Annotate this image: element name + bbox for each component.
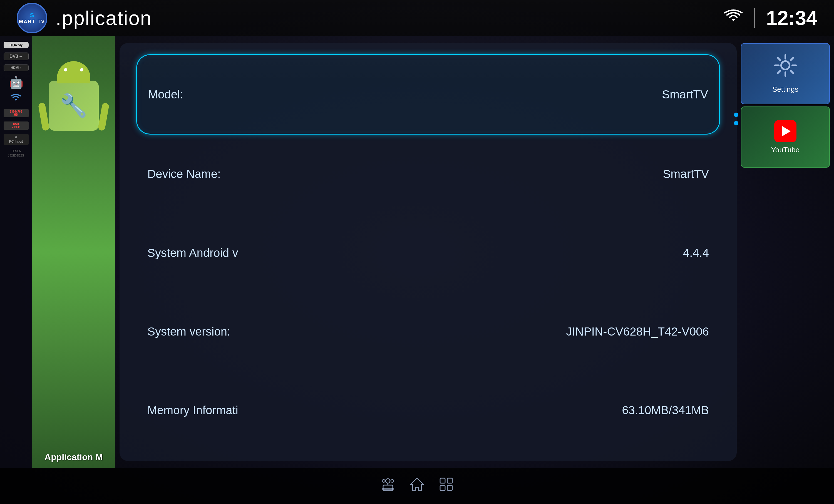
svg-rect-20 (447, 478, 452, 483)
info-row-system-version[interactable]: System version: JINPIN-CV628H_T42-V006 (136, 292, 720, 371)
sidebar-dv3-badge: DV3 ▪▪ (4, 52, 29, 60)
dot-indicator-1 (734, 113, 738, 117)
sidebar-pc-badge: 🖥PC Input (4, 134, 29, 145)
svg-marker-18 (411, 478, 423, 491)
main-info-panel: Model: SmartTV Device Name: SmartTV Syst… (119, 43, 737, 461)
svg-point-14 (382, 480, 385, 482)
dot-indicators (734, 113, 738, 125)
settings-tile[interactable]: Settings (741, 43, 830, 104)
logo-tv-text: MART TV (19, 19, 45, 25)
android-version-label: System Android v (147, 246, 238, 260)
app-panel: 🔧 Application M (32, 36, 115, 468)
sidebar-tesla-label: TESLAJ32E01B2S (8, 149, 24, 158)
sidebar-resolution-badge: 1366x768HD (4, 109, 29, 117)
svg-rect-9 (383, 485, 393, 491)
tv-screen: S MART TV .pplication 12:34 HDready DV3 … (0, 0, 834, 504)
nav-network-icon[interactable] (380, 477, 396, 496)
sidebar-usb-badge: USBVIDEO (4, 122, 29, 130)
memory-label: Memory Informati (147, 404, 238, 417)
android-version-value: 4.4.4 (683, 246, 709, 260)
svg-line-7 (791, 58, 793, 60)
model-label: Model: (148, 88, 183, 101)
time-display: 12:34 (766, 7, 817, 29)
app-panel-label: Application M (44, 452, 103, 462)
bottom-nav (0, 468, 834, 504)
system-version-value: JINPIN-CV628H_T42-V006 (566, 325, 709, 338)
status-right: 12:34 (724, 7, 817, 29)
logo-s: S (30, 12, 34, 19)
settings-gear-icon (774, 54, 797, 82)
memory-value: 63.10MB/341MB (622, 404, 709, 417)
sidebar-android-icon: 🤖 (9, 75, 23, 89)
logo-area: S MART TV .pplication (17, 3, 152, 34)
svg-line-6 (791, 71, 793, 73)
model-value: SmartTV (662, 88, 708, 101)
svg-line-5 (778, 58, 780, 60)
status-bar: S MART TV .pplication 12:34 (0, 0, 834, 36)
svg-point-0 (781, 61, 790, 69)
wifi-icon (724, 9, 743, 27)
svg-rect-11 (382, 488, 394, 489)
device-name-value: SmartTV (663, 167, 709, 181)
youtube-tile[interactable]: YouTube (741, 107, 830, 168)
dot-indicator-2 (734, 121, 738, 125)
svg-rect-22 (447, 485, 452, 490)
right-app-panel: Settings YouTube (741, 43, 834, 168)
status-divider (754, 8, 755, 28)
info-row-model[interactable]: Model: SmartTV (136, 54, 720, 135)
svg-point-15 (391, 480, 394, 482)
info-row-memory[interactable]: Memory Informati 63.10MB/341MB (136, 371, 720, 450)
svg-rect-21 (440, 485, 445, 490)
system-version-label: System version: (147, 325, 231, 338)
sidebar-hd-badge: HDready (4, 42, 29, 48)
youtube-label: YouTube (771, 146, 799, 154)
info-row-device-name[interactable]: Device Name: SmartTV (136, 135, 720, 213)
device-name-label: Device Name: (147, 167, 221, 181)
nav-apps-icon[interactable] (439, 477, 454, 496)
svg-line-8 (778, 71, 780, 73)
youtube-play-icon (774, 120, 796, 143)
settings-label: Settings (772, 85, 798, 94)
smart-tv-logo: S MART TV (17, 3, 47, 34)
page-title: .pplication (56, 7, 152, 29)
nav-home-icon[interactable] (410, 477, 425, 496)
left-sidebar: HDready DV3 ▪▪ HDMI ▪ 🤖 1366x768HD USBVI… (0, 36, 32, 468)
svg-rect-19 (440, 478, 445, 483)
sidebar-wifi-small-icon (10, 93, 22, 105)
info-row-android-version[interactable]: System Android v 4.4.4 (136, 214, 720, 292)
sidebar-hdmi-badge: HDMI ▪ (4, 65, 29, 71)
